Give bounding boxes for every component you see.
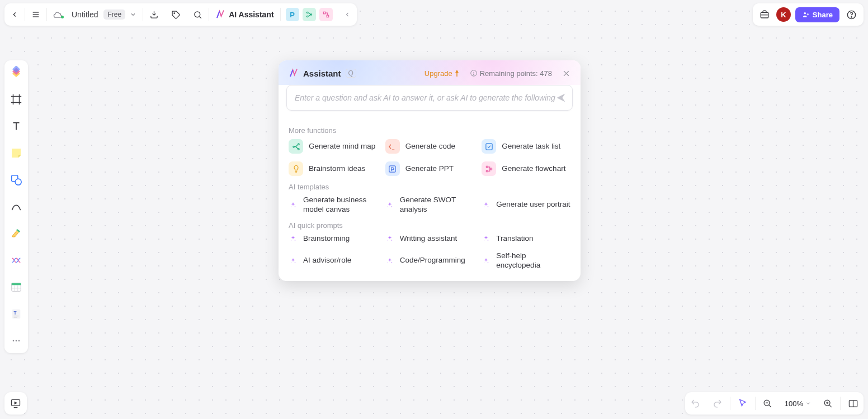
option-label: Code/Programming — [400, 256, 465, 265]
template-option[interactable]: Generate SWOT analysis — [385, 196, 474, 215]
svg-point-64 — [484, 240, 484, 241]
more-function-option[interactable]: Generate flowchart — [482, 161, 570, 176]
ai-assistant-button[interactable]: AI Assistant — [209, 3, 280, 26]
svg-rect-28 — [12, 283, 21, 285]
option-label: Self-help encyclopedia — [496, 251, 570, 270]
table-tool[interactable] — [8, 279, 24, 295]
svg-point-65 — [295, 262, 296, 263]
sparkle-icon — [289, 201, 298, 210]
zoom-out-button[interactable] — [758, 392, 777, 415]
document-tool[interactable]: T — [8, 306, 24, 322]
svg-point-8 — [310, 14, 312, 15]
svg-point-53 — [295, 206, 296, 207]
templates-tool[interactable] — [8, 65, 24, 80]
sparkle-icon — [482, 256, 490, 265]
svg-point-6 — [306, 12, 308, 13]
back-button[interactable] — [4, 3, 25, 26]
prompt-option[interactable]: Code/Programming — [385, 251, 474, 270]
prompt-option[interactable]: Writting assistant — [385, 234, 474, 244]
svg-point-69 — [488, 262, 489, 263]
svg-point-37 — [16, 340, 17, 342]
prompt-option[interactable]: Translation — [482, 234, 570, 244]
svg-rect-49 — [389, 165, 395, 172]
sparkle-icon — [289, 256, 298, 265]
more-tools[interactable] — [8, 333, 24, 349]
svg-point-51 — [486, 170, 488, 172]
sparkle-icon — [385, 201, 394, 210]
chip-diagram[interactable] — [319, 8, 333, 21]
text-tool[interactable] — [8, 118, 24, 134]
close-button[interactable] — [562, 69, 570, 78]
chevron-left-icon — [11, 11, 18, 18]
avatar[interactable]: K — [776, 7, 791, 22]
redo-button[interactable] — [707, 392, 728, 415]
svg-point-38 — [18, 340, 20, 342]
section-ai-prompts: AI quick prompts — [289, 221, 570, 230]
menu-button[interactable] — [25, 3, 46, 26]
template-option[interactable]: Generate user portrait — [482, 196, 570, 215]
zoom-level[interactable]: 100% — [780, 392, 816, 415]
svg-point-67 — [391, 262, 392, 263]
zoom-in-button[interactable] — [818, 392, 838, 415]
svg-point-57 — [488, 206, 489, 207]
option-icon: _ — [385, 139, 400, 154]
cloud-icon — [53, 9, 66, 20]
connector-tool[interactable] — [8, 253, 24, 268]
svg-point-62 — [388, 240, 388, 241]
download-button[interactable] — [143, 3, 165, 26]
svg-point-54 — [291, 206, 291, 207]
option-label: Generate user portrait — [496, 200, 570, 210]
more-function-option[interactable]: Brainstorm ideas — [289, 161, 378, 176]
pointer-mode[interactable] — [733, 392, 753, 415]
download-icon — [149, 10, 159, 20]
topbar: Untitled Free AI Assistant P — [4, 3, 357, 26]
send-button[interactable] — [555, 92, 567, 103]
tag-button[interactable] — [165, 3, 187, 26]
more-function-option[interactable]: _Generate code — [385, 139, 474, 154]
sticky-note-tool[interactable] — [8, 145, 24, 161]
search-button[interactable] — [187, 3, 209, 26]
shape-tool[interactable] — [8, 172, 24, 188]
more-function-option[interactable]: Generate task list — [482, 139, 570, 154]
line-tool[interactable] — [8, 199, 24, 215]
more-function-option[interactable]: Generate PPT — [385, 161, 474, 176]
frame-tool[interactable] — [8, 92, 24, 107]
undo-button[interactable] — [685, 392, 705, 415]
view-chips: P — [281, 3, 338, 26]
svg-point-4 — [195, 11, 200, 17]
share-button[interactable]: Share — [795, 7, 839, 22]
svg-rect-48 — [486, 143, 492, 149]
chevron-left-icon — [344, 11, 351, 18]
svg-point-61 — [391, 240, 392, 241]
prompt-option[interactable]: AI advisor/role — [289, 251, 378, 270]
presentation-button[interactable] — [4, 392, 27, 415]
prompt-option[interactable]: Brainstorming — [289, 234, 378, 244]
minimap-button[interactable] — [843, 392, 864, 415]
ai-input[interactable] — [295, 93, 555, 102]
svg-line-77 — [829, 404, 832, 407]
svg-point-68 — [388, 262, 388, 263]
sparkle-icon — [482, 234, 490, 243]
prompt-option[interactable]: Self-help encyclopedia — [482, 251, 570, 270]
svg-point-60 — [291, 240, 291, 241]
document-title-section[interactable]: Untitled Free — [47, 3, 143, 26]
sparkle-icon — [482, 201, 490, 210]
more-function-option[interactable]: Generate mind map — [289, 139, 378, 154]
chevron-down-icon[interactable] — [130, 11, 136, 18]
briefcase-button[interactable] — [757, 9, 772, 20]
option-icon — [289, 161, 303, 176]
pen-tool[interactable] — [8, 226, 24, 241]
tool-sidebar: T — [4, 60, 28, 353]
upgrade-link[interactable]: Upgrade — [424, 69, 460, 78]
template-option[interactable]: Generate business model canvas — [289, 196, 378, 215]
dialog-title: Assistant — [303, 69, 341, 78]
svg-rect-10 — [327, 15, 329, 17]
svg-point-50 — [486, 166, 488, 168]
collapse-chips-button[interactable] — [338, 3, 357, 26]
chip-connect[interactable] — [303, 8, 316, 21]
help-button[interactable] — [844, 9, 859, 20]
option-label: Generate business model canvas — [303, 196, 378, 215]
chip-p[interactable]: P — [286, 8, 299, 21]
svg-point-44 — [293, 146, 294, 147]
option-icon — [482, 161, 496, 176]
